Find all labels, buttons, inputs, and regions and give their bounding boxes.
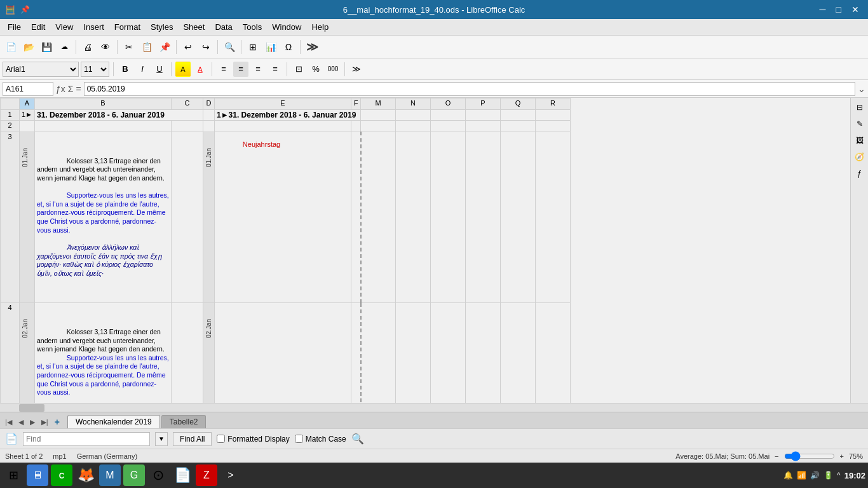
col-header-f[interactable]: F bbox=[351, 98, 361, 110]
font-select[interactable]: Arial1 bbox=[3, 62, 79, 77]
menu-edit[interactable]: Edit bbox=[26, 20, 50, 34]
close-button[interactable]: ✕ bbox=[848, 3, 863, 16]
cell-b2[interactable] bbox=[35, 121, 172, 132]
cell-m4[interactable] bbox=[361, 303, 396, 403]
align-center-button[interactable]: ≡ bbox=[233, 62, 248, 77]
cell-a4[interactable]: 02.Jan bbox=[20, 303, 35, 403]
taskbar-more-btn[interactable]: > bbox=[220, 464, 241, 486]
formula-input[interactable] bbox=[84, 82, 855, 96]
sidebar-properties-btn[interactable]: ⊟ bbox=[853, 100, 867, 114]
cell-m1[interactable] bbox=[361, 110, 396, 121]
find-input[interactable] bbox=[23, 432, 150, 446]
undo-button[interactable]: ↩ bbox=[180, 39, 196, 55]
sheet-tab-tabelle2[interactable]: Tabelle2 bbox=[161, 415, 207, 428]
cell-p3[interactable] bbox=[466, 132, 501, 303]
menu-format[interactable]: Format bbox=[109, 20, 146, 34]
col-header-b[interactable]: B bbox=[35, 98, 172, 110]
menu-view[interactable]: View bbox=[50, 20, 78, 34]
cell-o2[interactable] bbox=[431, 121, 466, 132]
maximize-button[interactable]: □ bbox=[832, 3, 845, 16]
menu-data[interactable]: Data bbox=[210, 20, 237, 34]
font-size-select[interactable]: 11 bbox=[81, 62, 109, 77]
taskbar-app5-btn[interactable]: G bbox=[123, 464, 145, 486]
func-wizard-icon[interactable]: ƒx bbox=[56, 84, 65, 94]
cell-d2[interactable] bbox=[203, 121, 215, 132]
more-format-button[interactable]: ≫ bbox=[349, 62, 364, 77]
cell-r3[interactable] bbox=[536, 132, 571, 303]
sheet-add-btn[interactable]: + bbox=[52, 416, 62, 428]
menu-file[interactable]: File bbox=[3, 20, 26, 34]
sheet-last-btn[interactable]: ▶| bbox=[39, 417, 51, 428]
taskbar-desktop-btn[interactable]: 🖥 bbox=[27, 464, 48, 486]
col-header-d[interactable]: D bbox=[203, 98, 215, 110]
save-remote-button[interactable]: ☁ bbox=[56, 39, 72, 55]
copy-button[interactable]: 📋 bbox=[139, 39, 155, 55]
taskbar-files-btn[interactable]: 📄 bbox=[172, 464, 193, 486]
cell-o4[interactable] bbox=[431, 303, 466, 403]
menu-tools[interactable]: Tools bbox=[238, 20, 267, 34]
save-button[interactable]: 💾 bbox=[38, 39, 55, 55]
col-header-m[interactable]: M bbox=[361, 98, 396, 110]
menu-window[interactable]: Window bbox=[267, 20, 306, 34]
formula-expand-icon[interactable]: ⌄ bbox=[858, 84, 865, 94]
cell-a3[interactable]: 01.Jan bbox=[20, 132, 35, 303]
taskbar-app4-btn[interactable]: M bbox=[99, 464, 121, 486]
cell-d4[interactable]: 02.Jan bbox=[203, 303, 215, 403]
cell-q2[interactable] bbox=[501, 121, 536, 132]
cell-e2[interactable] bbox=[215, 121, 351, 132]
cell-p2[interactable] bbox=[466, 121, 501, 132]
sheet-next-btn[interactable]: ▶ bbox=[27, 417, 37, 428]
zoom-in-icon[interactable]: + bbox=[840, 452, 844, 460]
insert-table-button[interactable]: ⊞ bbox=[245, 39, 261, 55]
col-header-e[interactable]: E bbox=[215, 98, 351, 110]
thousands-button[interactable]: 000 bbox=[325, 62, 341, 77]
sheet-first-btn[interactable]: |◀ bbox=[3, 417, 15, 428]
sidebar-styles-btn[interactable]: ✎ bbox=[853, 117, 867, 131]
col-header-a[interactable]: A bbox=[20, 98, 35, 110]
sheet-tab-wochenkalender[interactable]: Wochenkalender 2019 bbox=[67, 415, 160, 428]
find-button[interactable]: 🔍 bbox=[221, 39, 238, 55]
cell-c4[interactable] bbox=[172, 303, 203, 403]
find-dropdown-btn[interactable]: ▼ bbox=[155, 432, 168, 446]
cell-o1[interactable] bbox=[431, 110, 466, 121]
special-chars-button[interactable]: Ω bbox=[280, 39, 297, 55]
cell-n3[interactable] bbox=[396, 132, 431, 303]
cell-q4[interactable] bbox=[501, 303, 536, 403]
percent-button[interactable]: % bbox=[308, 62, 323, 77]
cell-r1[interactable] bbox=[536, 110, 571, 121]
find-all-button[interactable]: Find All bbox=[173, 432, 212, 446]
sheet-prev-btn[interactable]: ◀ bbox=[16, 417, 26, 428]
cell-n4[interactable] bbox=[396, 303, 431, 403]
align-left-button[interactable]: ≡ bbox=[216, 62, 231, 77]
cell-m3[interactable] bbox=[361, 132, 396, 303]
new-button[interactable]: 📄 bbox=[3, 39, 19, 55]
taskbar-chromium-btn[interactable]: ⊙ bbox=[147, 464, 169, 486]
menu-help[interactable]: Help bbox=[306, 20, 334, 34]
insert-chart-button[interactable]: 📊 bbox=[262, 39, 279, 55]
italic-button[interactable]: I bbox=[135, 62, 150, 77]
cell-b3[interactable]: Kolosser 3,13 Ertrage einer den andern u… bbox=[35, 132, 172, 303]
cell-p4[interactable] bbox=[466, 303, 501, 403]
zoom-slider[interactable] bbox=[784, 451, 835, 461]
taskbar-app7-btn[interactable]: Z bbox=[196, 464, 217, 486]
more-button[interactable]: ≫ bbox=[304, 39, 320, 55]
paste-button[interactable]: 📌 bbox=[156, 39, 173, 55]
cell-n1[interactable] bbox=[396, 110, 431, 121]
border-button[interactable]: ⊡ bbox=[291, 62, 306, 77]
horizontal-scrollbar[interactable] bbox=[0, 403, 868, 412]
cell-p1[interactable] bbox=[466, 110, 501, 121]
menu-sheet[interactable]: Sheet bbox=[178, 20, 210, 34]
col-header-p[interactable]: P bbox=[466, 98, 501, 110]
cell-r4[interactable] bbox=[536, 303, 571, 403]
cut-button[interactable]: ✂ bbox=[121, 39, 137, 55]
col-header-q[interactable]: Q bbox=[501, 98, 536, 110]
print-button[interactable]: 🖨 bbox=[79, 39, 96, 55]
cell-e4[interactable] bbox=[215, 303, 351, 403]
sheet-table-wrapper[interactable]: A B C D E F M N O P Q R bbox=[0, 98, 850, 403]
font-color-button[interactable]: A bbox=[193, 62, 208, 77]
col-header-r[interactable]: R bbox=[536, 98, 571, 110]
find-search-icon[interactable]: 🔍 bbox=[351, 433, 364, 445]
col-header-o[interactable]: O bbox=[431, 98, 466, 110]
match-case-checkbox[interactable] bbox=[295, 435, 303, 443]
highlight-button[interactable]: A bbox=[175, 62, 191, 77]
